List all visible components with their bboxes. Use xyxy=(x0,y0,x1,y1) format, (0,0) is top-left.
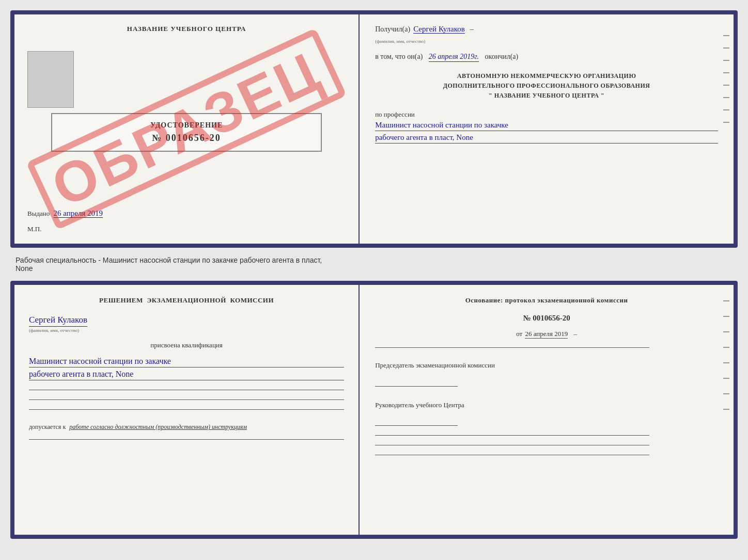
bottom-left-panel: Решением экзаменационной комиссии Сергей… xyxy=(14,285,360,535)
deco-dash-8 xyxy=(723,122,729,123)
chairman-signature-line xyxy=(375,386,458,387)
name-sub-label-top: (фамилия, имя, отчество) xyxy=(375,39,425,44)
org-line2: ДОПОЛНИТЕЛЬНОГО ПРОФЕССИОНАЛЬНОГО ОБРАЗО… xyxy=(375,81,718,91)
left-panel: НАЗВАНИЕ УЧЕБНОГО ЦЕНТРА ОБРАЗЕЦ УДОСТОВ… xyxy=(14,14,360,244)
deco-dash-5 xyxy=(723,85,729,86)
mp-label: М.П. xyxy=(27,225,41,233)
b-deco-1 xyxy=(723,300,729,301)
cert-number: № 0010656-20 xyxy=(61,133,311,143)
bottom-name-sub: (фамилия, имя, отчество) xyxy=(29,328,344,333)
top-document: НАЗВАНИЕ УЧЕБНОГО ЦЕНТРА ОБРАЗЕЦ УДОСТОВ… xyxy=(10,10,738,248)
date-line: в том, что он(а) 26 апреля 2019г. окончи… xyxy=(375,53,718,61)
deco-dash-2 xyxy=(723,47,729,49)
photo-placeholder xyxy=(27,51,74,108)
divider-line-3 xyxy=(29,409,344,410)
allowed-block: допускается к работе согласно должностны… xyxy=(29,423,344,431)
b-deco-4 xyxy=(723,347,729,348)
b-deco-6 xyxy=(723,378,729,379)
protocol-number: № 0010656-20 xyxy=(375,314,718,323)
protocol-date-line: от 26 апреля 2019 – xyxy=(375,330,718,338)
deco-dash-4 xyxy=(723,72,729,73)
profession-line2: рабочего агента в пласт, None xyxy=(375,133,718,143)
divider-line-2 xyxy=(29,399,344,400)
top-center-title: НАЗВАНИЕ УЧЕБНОГО ЦЕНТРА xyxy=(127,25,246,33)
allowed-label-text: допускается к xyxy=(29,423,66,430)
received-line: Получил(а) Сергей Кулаков – (фамилия, им… xyxy=(375,25,718,45)
divider-right-4 xyxy=(375,455,649,455)
allowed-text: работе согласно должностным (производств… xyxy=(69,423,247,430)
qual-line2: рабочего агента в пласт, None xyxy=(29,370,344,380)
cert-title: УДОСТОВЕРЕНИЕ xyxy=(61,121,311,130)
assigned-label: присвоена квалификация xyxy=(29,341,344,349)
protocol-date-prefix: от xyxy=(516,330,522,338)
qualification-block: Машинист насосной станции по закачке раб… xyxy=(29,355,344,380)
between-text: Рабочая специальность - Машинист насосно… xyxy=(10,253,738,276)
org-block: АВТОНОМНУЮ НЕКОММЕРЧЕСКУЮ ОРГАНИЗАЦИЮ ДО… xyxy=(375,71,718,101)
bottom-name-line: Сергей Кулаков (фамилия, имя, отчество) xyxy=(29,315,344,333)
b-deco-8 xyxy=(723,409,729,410)
dash-separator: – xyxy=(470,25,474,34)
head-label: Руководитель учебного Центра xyxy=(375,400,718,410)
bottom-right-deco xyxy=(723,300,729,410)
b-deco-7 xyxy=(723,393,729,394)
deco-dash-6 xyxy=(723,97,729,98)
profession-label: по профессии xyxy=(375,110,718,119)
divider-line-4 xyxy=(29,439,344,440)
cert-box: УДОСТОВЕРЕНИЕ № 0010656-20 xyxy=(51,113,322,152)
date-dash: – xyxy=(573,330,577,338)
qual-line1: Машинист насосной станции по закачке xyxy=(29,357,344,367)
received-label: Получил(а) xyxy=(375,25,410,34)
protocol-date: 26 апреля 2019 xyxy=(525,330,568,339)
org-line3: " НАЗВАНИЕ УЧЕБНОГО ЦЕНТРА " xyxy=(375,91,718,101)
org-line1: АВТОНОМНУЮ НЕКОММЕРЧЕСКУЮ ОРГАНИЗАЦИЮ xyxy=(375,71,718,81)
completion-date: 26 апреля 2019г. xyxy=(429,53,479,62)
finished-label: окончил(а) xyxy=(485,53,519,60)
divider-line-1 xyxy=(29,390,344,390)
head-signature-line xyxy=(375,425,458,426)
divider-right-3 xyxy=(375,445,649,445)
issued-line: Выдано 26 апреля 2019 xyxy=(27,209,103,223)
profession-line1: Машинист насосной станции по закачке xyxy=(375,121,718,131)
basis-title: Основание: протокол экзаменационной коми… xyxy=(375,296,718,305)
divider-right-2 xyxy=(375,435,649,436)
in-that-label: в том, что он(а) xyxy=(375,53,423,60)
commission-title: Решением экзаменационной комиссии xyxy=(29,296,344,305)
right-panel: Получил(а) Сергей Кулаков – (фамилия, им… xyxy=(360,14,734,244)
bottom-right-panel: Основание: протокол экзаменационной коми… xyxy=(360,285,734,535)
b-deco-5 xyxy=(723,362,729,363)
issued-date: 26 апреля 2019 xyxy=(54,209,103,217)
b-deco-2 xyxy=(723,316,729,317)
deco-dash-1 xyxy=(723,35,729,36)
issued-label: Выдано xyxy=(27,210,50,217)
page-wrapper: НАЗВАНИЕ УЧЕБНОГО ЦЕНТРА ОБРАЗЕЦ УДОСТОВ… xyxy=(10,10,738,539)
right-deco xyxy=(723,35,729,123)
deco-dash-7 xyxy=(723,109,729,110)
received-name: Сергей Кулаков xyxy=(413,25,465,34)
b-deco-3 xyxy=(723,331,729,332)
bottom-document: Решением экзаменационной комиссии Сергей… xyxy=(10,281,738,539)
bottom-person-name: Сергей Кулаков xyxy=(29,315,87,327)
deco-dash-3 xyxy=(723,60,729,61)
divider-right-1 xyxy=(375,347,649,348)
chairman-label: Председатель экзаменационной комиссии xyxy=(375,360,718,371)
profession-block: по профессии Машинист насосной станции п… xyxy=(375,110,718,143)
